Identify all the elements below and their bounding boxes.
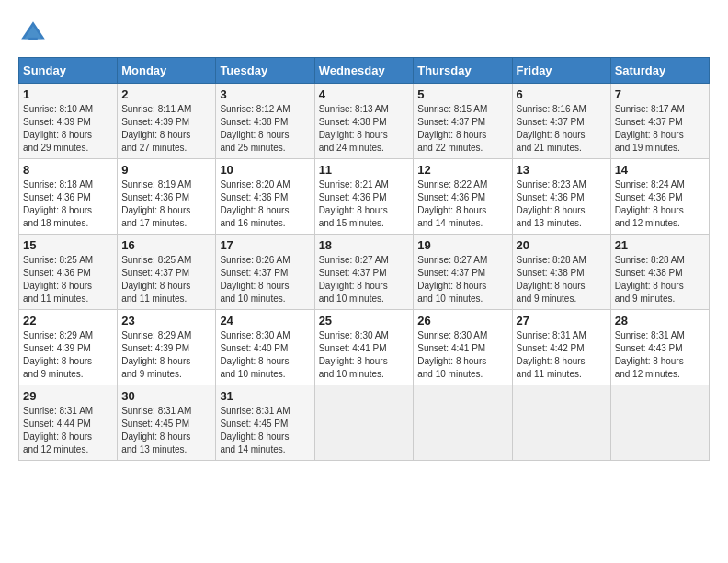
day-number: 12 [417,163,507,177]
day-number: 25 [319,314,410,327]
day-info: Sunrise: 8:21 AM Sunset: 4:36 PM Dayligh… [319,178,410,230]
svg-rect-2 [28,38,38,40]
day-number: 5 [417,87,507,101]
calendar-week-1: 1Sunrise: 8:10 AM Sunset: 4:39 PM Daylig… [19,84,710,159]
calendar-cell: 15Sunrise: 8:25 AM Sunset: 4:36 PM Dayli… [19,235,118,310]
calendar-cell: 3Sunrise: 8:12 AM Sunset: 4:38 PM Daylig… [216,84,314,159]
day-number: 23 [121,314,211,327]
day-info: Sunrise: 8:25 AM Sunset: 4:36 PM Dayligh… [23,254,113,305]
calendar-cell [610,385,709,461]
day-info: Sunrise: 8:30 AM Sunset: 4:41 PM Dayligh… [417,329,507,381]
day-info: Sunrise: 8:29 AM Sunset: 4:39 PM Dayligh… [121,329,211,381]
day-info: Sunrise: 8:27 AM Sunset: 4:37 PM Dayligh… [319,254,410,305]
logo-icon [18,18,48,48]
day-number: 21 [615,238,705,252]
day-info: Sunrise: 8:26 AM Sunset: 4:37 PM Dayligh… [220,254,310,305]
calendar-cell: 6Sunrise: 8:16 AM Sunset: 4:37 PM Daylig… [512,84,610,159]
calendar-cell: 12Sunrise: 8:22 AM Sunset: 4:36 PM Dayli… [414,159,512,235]
calendar-week-5: 29Sunrise: 8:31 AM Sunset: 4:44 PM Dayli… [19,385,710,461]
calendar-cell: 21Sunrise: 8:28 AM Sunset: 4:38 PM Dayli… [610,235,709,310]
logo [18,18,53,48]
day-number: 20 [517,238,607,252]
day-number: 6 [517,87,607,101]
day-info: Sunrise: 8:11 AM Sunset: 4:39 PM Dayligh… [121,103,211,155]
calendar-cell: 30Sunrise: 8:31 AM Sunset: 4:45 PM Dayli… [118,385,216,461]
day-info: Sunrise: 8:19 AM Sunset: 4:36 PM Dayligh… [121,178,211,230]
calendar-cell: 5Sunrise: 8:15 AM Sunset: 4:37 PM Daylig… [414,84,512,159]
calendar-cell: 17Sunrise: 8:26 AM Sunset: 4:37 PM Dayli… [216,235,314,310]
day-number: 4 [319,87,410,101]
day-number: 24 [220,314,310,327]
day-info: Sunrise: 8:12 AM Sunset: 4:38 PM Dayligh… [220,103,310,155]
day-info: Sunrise: 8:28 AM Sunset: 4:38 PM Dayligh… [517,254,607,305]
day-number: 22 [23,314,113,327]
calendar-cell: 22Sunrise: 8:29 AM Sunset: 4:39 PM Dayli… [19,310,118,385]
day-number: 15 [23,238,113,252]
day-number: 7 [615,87,705,101]
day-number: 13 [517,163,607,177]
day-number: 9 [121,163,211,177]
calendar-cell: 19Sunrise: 8:27 AM Sunset: 4:37 PM Dayli… [414,235,512,310]
day-info: Sunrise: 8:31 AM Sunset: 4:45 PM Dayligh… [121,405,211,456]
column-header-friday: Friday [512,58,610,84]
calendar-cell: 23Sunrise: 8:29 AM Sunset: 4:39 PM Dayli… [118,310,216,385]
day-number: 18 [319,238,410,252]
calendar-week-2: 8Sunrise: 8:18 AM Sunset: 4:36 PM Daylig… [19,159,710,235]
day-number: 11 [319,163,410,177]
day-number: 3 [220,87,310,101]
page-header [18,18,710,48]
calendar-cell: 8Sunrise: 8:18 AM Sunset: 4:36 PM Daylig… [19,159,118,235]
column-header-monday: Monday [118,58,216,84]
day-number: 26 [417,314,507,327]
day-number: 19 [417,238,507,252]
day-number: 27 [517,314,607,327]
day-info: Sunrise: 8:25 AM Sunset: 4:37 PM Dayligh… [121,254,211,305]
calendar-cell: 28Sunrise: 8:31 AM Sunset: 4:43 PM Dayli… [610,310,709,385]
day-number: 1 [23,87,113,101]
calendar-cell: 14Sunrise: 8:24 AM Sunset: 4:36 PM Dayli… [610,159,709,235]
day-info: Sunrise: 8:30 AM Sunset: 4:40 PM Dayligh… [220,329,310,381]
day-info: Sunrise: 8:31 AM Sunset: 4:43 PM Dayligh… [615,329,705,381]
day-number: 17 [220,238,310,252]
day-info: Sunrise: 8:31 AM Sunset: 4:44 PM Dayligh… [23,405,113,456]
day-info: Sunrise: 8:15 AM Sunset: 4:37 PM Dayligh… [417,103,507,155]
calendar-cell: 7Sunrise: 8:17 AM Sunset: 4:37 PM Daylig… [610,84,709,159]
calendar-cell: 13Sunrise: 8:23 AM Sunset: 4:36 PM Dayli… [512,159,610,235]
day-number: 14 [615,163,705,177]
day-number: 16 [121,238,211,252]
calendar-cell: 11Sunrise: 8:21 AM Sunset: 4:36 PM Dayli… [314,159,414,235]
column-header-thursday: Thursday [414,58,512,84]
calendar-cell: 10Sunrise: 8:20 AM Sunset: 4:36 PM Dayli… [216,159,314,235]
calendar-cell: 31Sunrise: 8:31 AM Sunset: 4:45 PM Dayli… [216,385,314,461]
calendar-cell: 16Sunrise: 8:25 AM Sunset: 4:37 PM Dayli… [118,235,216,310]
calendar-cell: 29Sunrise: 8:31 AM Sunset: 4:44 PM Dayli… [19,385,118,461]
day-info: Sunrise: 8:22 AM Sunset: 4:36 PM Dayligh… [417,178,507,230]
calendar-cell: 1Sunrise: 8:10 AM Sunset: 4:39 PM Daylig… [19,84,118,159]
column-header-saturday: Saturday [610,58,709,84]
column-header-wednesday: Wednesday [314,58,414,84]
day-info: Sunrise: 8:30 AM Sunset: 4:41 PM Dayligh… [319,329,410,381]
calendar-week-3: 15Sunrise: 8:25 AM Sunset: 4:36 PM Dayli… [19,235,710,310]
day-info: Sunrise: 8:27 AM Sunset: 4:37 PM Dayligh… [417,254,507,305]
day-info: Sunrise: 8:29 AM Sunset: 4:39 PM Dayligh… [23,329,113,381]
day-number: 10 [220,163,310,177]
day-info: Sunrise: 8:10 AM Sunset: 4:39 PM Dayligh… [23,103,113,155]
day-info: Sunrise: 8:31 AM Sunset: 4:42 PM Dayligh… [517,329,607,381]
day-number: 8 [23,163,113,177]
day-info: Sunrise: 8:24 AM Sunset: 4:36 PM Dayligh… [615,178,705,230]
calendar-cell: 18Sunrise: 8:27 AM Sunset: 4:37 PM Dayli… [314,235,414,310]
day-number: 31 [220,389,310,403]
column-header-sunday: Sunday [19,58,118,84]
day-number: 28 [615,314,705,327]
day-info: Sunrise: 8:23 AM Sunset: 4:36 PM Dayligh… [517,178,607,230]
day-info: Sunrise: 8:28 AM Sunset: 4:38 PM Dayligh… [615,254,705,305]
calendar-cell: 26Sunrise: 8:30 AM Sunset: 4:41 PM Dayli… [414,310,512,385]
calendar-cell: 2Sunrise: 8:11 AM Sunset: 4:39 PM Daylig… [118,84,216,159]
calendar-cell: 27Sunrise: 8:31 AM Sunset: 4:42 PM Dayli… [512,310,610,385]
calendar-table: SundayMondayTuesdayWednesdayThursdayFrid… [18,57,710,461]
calendar-cell [314,385,414,461]
day-info: Sunrise: 8:20 AM Sunset: 4:36 PM Dayligh… [220,178,310,230]
calendar-cell: 9Sunrise: 8:19 AM Sunset: 4:36 PM Daylig… [118,159,216,235]
day-info: Sunrise: 8:13 AM Sunset: 4:38 PM Dayligh… [319,103,410,155]
calendar-cell: 25Sunrise: 8:30 AM Sunset: 4:41 PM Dayli… [314,310,414,385]
